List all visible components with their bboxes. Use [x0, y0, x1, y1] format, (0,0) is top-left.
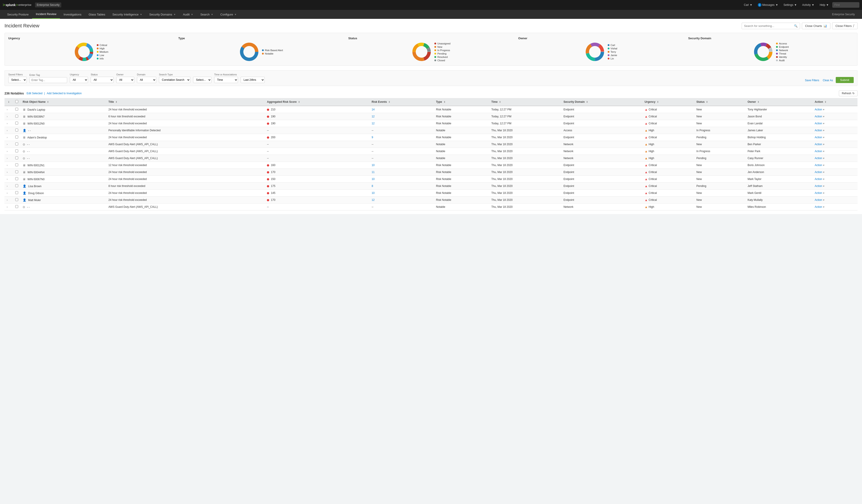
- cell-action[interactable]: Action ▼: [812, 134, 858, 141]
- expand-icon[interactable]: ›: [7, 129, 8, 132]
- search-type-filter-select[interactable]: Correlation Search All: [159, 77, 190, 83]
- cell-action[interactable]: Action ▼: [812, 127, 858, 134]
- status-filter-select[interactable]: All Unassigned New In Progress Pending R…: [91, 77, 114, 83]
- cell-action[interactable]: Action ▼: [812, 176, 858, 183]
- expand-icon[interactable]: ›: [7, 150, 8, 152]
- close-charts-button[interactable]: Close Charts 📊: [802, 23, 830, 29]
- nav-audit[interactable]: Audit ▼: [179, 10, 197, 19]
- cell-action[interactable]: Action ▼: [812, 183, 858, 190]
- refresh-button[interactable]: Refresh ↻: [839, 90, 858, 96]
- row-checkbox[interactable]: [15, 177, 18, 180]
- enter-tag-input[interactable]: [29, 77, 67, 83]
- nav-security-posture[interactable]: Security Posture: [3, 10, 32, 19]
- expand-icon[interactable]: ›: [7, 178, 8, 181]
- expand-icon[interactable]: ›: [7, 199, 8, 201]
- cell-checkbox[interactable]: [13, 190, 21, 197]
- cell-checkbox[interactable]: [13, 197, 21, 203]
- action-link[interactable]: Action ▼: [815, 122, 855, 125]
- row-checkbox[interactable]: [15, 205, 18, 208]
- cell-checkbox[interactable]: [13, 169, 21, 176]
- cell-expand[interactable]: ›: [4, 106, 13, 113]
- col-security-domain[interactable]: Security Domain ⇕: [561, 98, 642, 106]
- cell-expand[interactable]: ›: [4, 113, 13, 120]
- cell-checkbox[interactable]: [13, 127, 21, 134]
- expand-icon[interactable]: ›: [7, 185, 8, 187]
- nav-glass-tables[interactable]: Glass Tables: [85, 10, 109, 19]
- expand-icon[interactable]: ›: [7, 108, 8, 111]
- owner-filter-select[interactable]: All Carl Vishal Terry Jamie Lin: [116, 77, 134, 83]
- expand-icon[interactable]: ›: [7, 164, 8, 167]
- row-checkbox[interactable]: [15, 170, 18, 173]
- nav-security-domains[interactable]: Security Domains ▼: [146, 10, 179, 19]
- row-checkbox[interactable]: [15, 115, 18, 118]
- cell-action[interactable]: Action ▼: [812, 162, 858, 169]
- col-type[interactable]: Type ⇕: [434, 98, 489, 106]
- action-link[interactable]: Action ▼: [815, 115, 855, 118]
- select-filter-select[interactable]: Select...: [193, 77, 211, 83]
- select-all-checkbox[interactable]: [15, 100, 18, 103]
- risk-events-link[interactable]: 8: [371, 184, 373, 188]
- cell-expand[interactable]: ›: [4, 203, 13, 211]
- action-link[interactable]: Action ▼: [815, 136, 855, 139]
- cell-checkbox[interactable]: [13, 183, 21, 190]
- cell-checkbox[interactable]: [13, 155, 21, 162]
- col-owner[interactable]: Owner ⇕: [745, 98, 812, 106]
- action-link[interactable]: Action ▼: [815, 129, 855, 132]
- save-filters-button[interactable]: Save Filters: [804, 78, 820, 83]
- nav-incident-review[interactable]: Incident Review: [32, 10, 60, 19]
- expand-icon[interactable]: ›: [7, 122, 8, 125]
- row-checkbox[interactable]: [15, 184, 18, 187]
- cell-expand[interactable]: ›: [4, 176, 13, 183]
- cell-checkbox[interactable]: [13, 134, 21, 141]
- expand-icon[interactable]: ›: [7, 205, 8, 208]
- cell-action[interactable]: Action ▼: [812, 169, 858, 176]
- cell-expand[interactable]: ›: [4, 155, 13, 162]
- expand-icon[interactable]: ›: [7, 136, 8, 139]
- cell-action[interactable]: Action ▼: [812, 120, 858, 127]
- risk-events-link[interactable]: 12: [371, 198, 375, 201]
- nav-security-intelligence[interactable]: Security Intelligence ▼: [109, 10, 146, 19]
- cell-checkbox[interactable]: [13, 148, 21, 155]
- messages-menu[interactable]: 1 Messages ▼: [756, 2, 780, 8]
- cell-action[interactable]: Action ▼: [812, 190, 858, 197]
- col-checkbox[interactable]: [13, 98, 21, 106]
- find-input[interactable]: [832, 2, 859, 8]
- row-checkbox[interactable]: [15, 191, 18, 194]
- cell-checkbox[interactable]: [13, 120, 21, 127]
- cell-expand[interactable]: ›: [4, 190, 13, 197]
- domain-filter-select[interactable]: All Access Endpoint Network Threat Ident…: [137, 77, 156, 83]
- expand-icon[interactable]: ›: [7, 171, 8, 173]
- action-link[interactable]: Action ▼: [815, 191, 855, 195]
- col-info[interactable]: i: [4, 98, 13, 106]
- submit-button[interactable]: Submit: [836, 77, 854, 83]
- action-link[interactable]: Action ▼: [815, 150, 855, 153]
- cell-action[interactable]: Action ▼: [812, 113, 858, 120]
- help-menu[interactable]: Help ▼: [818, 2, 831, 8]
- cell-action[interactable]: Action ▼: [812, 203, 858, 211]
- col-title[interactable]: Title ⇕: [106, 98, 265, 106]
- row-checkbox[interactable]: [15, 198, 18, 201]
- col-time[interactable]: Time ⇕: [489, 98, 561, 106]
- expand-icon[interactable]: ›: [7, 115, 8, 118]
- nav-search[interactable]: Search ▼: [197, 10, 217, 19]
- app-selector-dropdown[interactable]: Enterprise Security: [35, 2, 61, 8]
- risk-events-link[interactable]: 10: [371, 191, 375, 195]
- expand-icon[interactable]: ›: [7, 157, 8, 160]
- col-status[interactable]: Status ⇕: [694, 98, 745, 106]
- urgency-filter-select[interactable]: All Critical High Medium Low Info: [70, 77, 88, 83]
- row-checkbox[interactable]: [15, 156, 18, 159]
- cell-expand[interactable]: ›: [4, 127, 13, 134]
- time-associations-filter-select[interactable]: Time Associations: [214, 77, 238, 83]
- action-link[interactable]: Action ▼: [815, 198, 855, 201]
- cell-action[interactable]: Action ▼: [812, 155, 858, 162]
- risk-events-link[interactable]: 10: [371, 163, 375, 167]
- col-action[interactable]: Action ⇕: [812, 98, 858, 106]
- user-menu[interactable]: Carl ▼: [742, 2, 754, 8]
- cell-checkbox[interactable]: [13, 203, 21, 211]
- cell-expand[interactable]: ›: [4, 120, 13, 127]
- cell-checkbox[interactable]: [13, 106, 21, 113]
- nav-investigations[interactable]: Investigations: [60, 10, 85, 19]
- activity-menu[interactable]: Activity ▼: [800, 2, 816, 8]
- action-link[interactable]: Action ▼: [815, 205, 855, 209]
- cell-expand[interactable]: ›: [4, 148, 13, 155]
